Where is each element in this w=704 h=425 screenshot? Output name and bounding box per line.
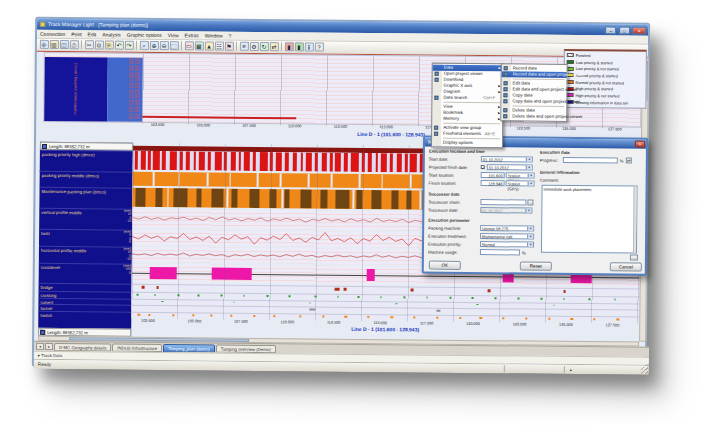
event-mark xyxy=(436,309,440,311)
successor-chain-label: Successor chain: xyxy=(428,200,480,205)
data-bar xyxy=(376,153,379,172)
minimize-button[interactable]: – xyxy=(605,26,616,34)
data-segment xyxy=(391,190,398,209)
execution-priority-select[interactable]: Normal xyxy=(480,241,534,248)
event-mark xyxy=(177,294,179,296)
layers-icon[interactable]: ≡ xyxy=(239,42,248,51)
event-mark xyxy=(426,296,428,298)
track-label-tunnel: tunnel xyxy=(38,304,131,311)
print-icon[interactable]: ⎙ xyxy=(69,40,78,49)
refresh-icon[interactable]: ↻ xyxy=(259,42,268,51)
projected-finish-input[interactable]: 01.10.2012 xyxy=(487,164,533,170)
submenu-item-delete-data-and-open-project-viewer[interactable]: Delete data and open project viewer xyxy=(501,113,566,120)
menu-item-edit[interactable]: Edit xyxy=(85,30,100,39)
flag-green-icon[interactable]: ▮ xyxy=(294,42,303,51)
submenu-item-record-data-and-open-project-viewer[interactable]: Record data and open project viewer xyxy=(502,71,567,78)
legend-label: Low priority & not started xyxy=(576,66,619,71)
execution-treatment-select[interactable]: Maintenance call xyxy=(480,233,534,240)
finish-location-unit[interactable]: Station (GPS) xyxy=(506,180,535,186)
context-menu-item-display-options[interactable]: Display options xyxy=(432,140,502,147)
machine-usage-input[interactable] xyxy=(480,249,520,255)
successor-chain-input[interactable] xyxy=(480,199,526,205)
top-chart-side-panel: maintenance packing (dmco) xyxy=(44,57,108,122)
context-menu-item-data-search[interactable]: Data searchCtrl+F xyxy=(432,95,502,102)
menu-item-print[interactable]: Print xyxy=(68,30,84,39)
station-list: 101.600103.200104.800106.400108.000109.6… xyxy=(107,58,143,122)
dialog-close-button[interactable]: ✕ xyxy=(635,141,645,148)
menu-item-icon xyxy=(435,78,439,82)
track-scale: (mm)100-10 xyxy=(123,248,131,262)
redo-icon[interactable]: ↷ xyxy=(124,41,133,50)
submenu-item-copy-data-and-open-project-viewer[interactable]: Copy data and open project viewer xyxy=(501,98,566,105)
search-icon[interactable]: ⌕ xyxy=(139,41,148,50)
zoom-in-icon[interactable]: ⊕ xyxy=(149,41,158,50)
comment-scrollbar[interactable] xyxy=(633,187,637,253)
progress-spinner[interactable]: ▴▾ xyxy=(626,157,632,163)
axis-tick-label: 127.500 xyxy=(600,323,624,327)
menu-item-graphic-options[interactable]: Graphic options xyxy=(124,31,165,40)
successor-chain-browse-button[interactable]: … xyxy=(527,200,533,206)
menu-item-label: Record data xyxy=(513,65,537,70)
projected-finish-checkbox[interactable]: ✓ xyxy=(481,165,485,169)
table-icon[interactable]: ☷ xyxy=(214,42,223,51)
maximize-button[interactable]: □ xyxy=(619,26,630,34)
open-icon[interactable]: ▥ xyxy=(49,40,58,49)
context-menu-item-freehand-elements[interactable]: Freehand elementsAlt+E xyxy=(432,131,502,138)
start-location-input[interactable]: 101.600 xyxy=(481,172,505,178)
menu-item-[interactable]: ? xyxy=(226,32,235,41)
data-bar xyxy=(169,151,177,170)
menu-item-extras[interactable]: Extras xyxy=(182,31,202,40)
bookmark-icon[interactable]: ⚑ xyxy=(224,42,233,51)
start-location-unit[interactable]: Station (GPS) xyxy=(506,172,535,178)
zoom-fit-icon[interactable]: ⬚ xyxy=(169,41,178,50)
data-bar xyxy=(179,151,182,170)
cut-icon[interactable]: ✂ xyxy=(84,40,93,49)
progress-input[interactable] xyxy=(563,157,618,164)
menu-item-view[interactable]: View xyxy=(165,31,182,40)
event-mark xyxy=(548,318,550,320)
packing-machine-select[interactable]: Unimat 08 275 xyxy=(480,225,534,232)
ok-button[interactable]: OK xyxy=(429,261,461,270)
help-icon[interactable]: ? xyxy=(314,42,323,51)
start-date-input[interactable]: 01.10.2012 xyxy=(481,156,533,162)
track-label-text: crosslevel xyxy=(41,265,60,270)
tab-next-button[interactable]: ▸ xyxy=(45,343,53,350)
comment-expand-button[interactable]: … xyxy=(630,255,638,261)
event-mark xyxy=(198,294,200,296)
track-label-vprofile: vertical profile middle(mm)100-10 xyxy=(39,208,132,229)
undo-icon[interactable]: ↶ xyxy=(114,41,123,50)
close-button[interactable]: ✕ xyxy=(632,27,646,35)
info-icon[interactable]: ℹ xyxy=(304,42,313,51)
menu-item-label: Memory xyxy=(443,116,459,121)
event-mark xyxy=(274,315,276,317)
cancel-button[interactable]: Cancel xyxy=(610,262,642,271)
menu-item-label: Record data and open project viewer xyxy=(513,71,585,77)
export-icon[interactable]: ⇄ xyxy=(269,42,278,51)
grid-icon[interactable]: ▦ xyxy=(194,41,203,50)
finish-location-input[interactable]: 128.943 xyxy=(481,180,505,186)
status-triangle-icon: ▴ xyxy=(570,365,572,374)
copy-icon[interactable]: ⧉ xyxy=(94,40,103,49)
tab-prev-button[interactable]: ◂ xyxy=(36,343,44,350)
context-menu-item-memory[interactable]: Memory▸ xyxy=(432,116,502,123)
menu-item-analysis[interactable]: Analysis xyxy=(99,30,124,39)
data-gap xyxy=(308,173,310,187)
connect-icon[interactable]: ⎆ xyxy=(39,40,48,49)
legend-label: Missing information in data set xyxy=(575,100,628,106)
successor-date-input[interactable]: 01.10.2012 xyxy=(480,207,532,213)
chart-icon[interactable]: ▲ xyxy=(204,41,213,50)
menu-item-connection[interactable]: Connection xyxy=(37,30,68,39)
flag-red-icon[interactable]: ▮ xyxy=(284,42,293,51)
menu-item-icon xyxy=(434,126,438,130)
save-icon[interactable]: ◫ xyxy=(59,40,68,49)
station-label: 128.800 xyxy=(107,116,142,120)
menu-item-window[interactable]: Window xyxy=(202,31,226,40)
paste-icon[interactable]: ⎘ xyxy=(104,40,113,49)
event-mark xyxy=(518,297,520,299)
reset-button[interactable]: Reset xyxy=(520,261,552,270)
zoom-out-icon[interactable]: ⊖ xyxy=(159,41,168,50)
settings-icon[interactable]: ⚙ xyxy=(249,42,258,51)
comment-textarea[interactable]: Immediate work placement xyxy=(541,185,638,254)
resize-grip[interactable] xyxy=(641,367,648,374)
ruler-icon[interactable]: ▭ xyxy=(184,41,193,50)
